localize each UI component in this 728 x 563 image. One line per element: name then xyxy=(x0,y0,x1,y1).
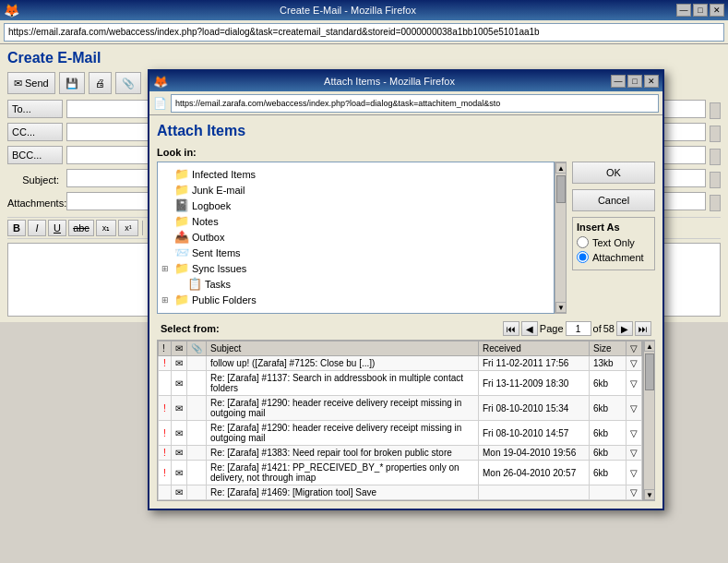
tree-item-logboek[interactable]: 📓 Logboek xyxy=(161,198,550,213)
text-only-radio[interactable] xyxy=(577,236,589,248)
attachment-label: Attachment xyxy=(592,252,644,263)
col-received[interactable]: Received xyxy=(479,341,590,356)
folder-icon: 📓 xyxy=(174,198,189,212)
page-next-button[interactable]: ▶ xyxy=(616,321,633,336)
pagination: ⏮ ◀ Page of 58 ▶ ⏭ xyxy=(503,321,651,336)
col-attach: 📎 xyxy=(187,341,207,356)
look-in-label: Look in: xyxy=(157,147,655,158)
cell-flag: ▽ xyxy=(627,356,642,371)
page-first-button[interactable]: ⏮ xyxy=(503,321,519,336)
modal-address-input[interactable] xyxy=(171,94,659,113)
cell-received: Fri 11-02-2011 17:56 xyxy=(479,356,590,371)
table-row[interactable]: ! ✉ Re: [Zarafa] #1290: header receive d… xyxy=(159,396,642,421)
tree-scroll-thumb[interactable] xyxy=(556,175,566,203)
cell-attach xyxy=(187,485,207,500)
ok-button[interactable]: OK xyxy=(572,162,655,184)
tree-scroll-up[interactable]: ▲ xyxy=(555,162,567,174)
modal-address-bar: 📄 xyxy=(149,91,662,115)
folder-icon: 📁 xyxy=(174,293,189,306)
tree-item-notes[interactable]: 📁 Notes xyxy=(161,213,550,229)
col-flag: ▽ xyxy=(627,341,642,356)
text-only-radio-row: Text Only xyxy=(577,236,650,248)
select-from-bar: Select from: ⏮ ◀ Page of 58 ▶ ⏭ xyxy=(157,319,655,338)
table-row[interactable]: ! ✉ Re: [Zarafa] #1290: header receive d… xyxy=(159,421,642,446)
text-only-label: Text Only xyxy=(592,237,635,248)
cell-received: Fri 08-10-2010 15:34 xyxy=(479,396,590,421)
modal-heading: Attach Items xyxy=(157,123,655,139)
page-prev-button[interactable]: ◀ xyxy=(521,321,538,336)
tree-item-sync[interactable]: ⊞ 📁 Sync Issues xyxy=(161,260,550,276)
cell-flag: ▽ xyxy=(627,461,642,485)
cell-priority xyxy=(159,371,172,396)
tree-item-outbox[interactable]: 📤 Outbox xyxy=(161,229,550,245)
col-type: ✉ xyxy=(172,341,187,356)
cell-flag: ▽ xyxy=(627,421,642,446)
cell-subject: Re: [Zarafa] #1137: Search in addressboo… xyxy=(207,371,479,396)
table-row[interactable]: ! ✉ Re: [Zarafa] #1383: Need repair tool… xyxy=(159,446,642,461)
cell-size: 6kb xyxy=(590,396,627,421)
tree-item-junk[interactable]: 📁 Junk E-mail xyxy=(161,182,550,198)
table-scroll-up[interactable]: ▲ xyxy=(644,341,655,352)
cell-priority: ! xyxy=(159,446,172,461)
folder-icon: 📁 xyxy=(174,183,189,197)
modal-window-controls: — □ ✕ xyxy=(611,75,659,88)
cell-type: ✉ xyxy=(172,356,187,371)
cell-flag: ▽ xyxy=(627,371,642,396)
tree-item-tasks[interactable]: 📋 Tasks xyxy=(161,276,550,292)
tree-item-infected[interactable]: 📁 Infected Items xyxy=(161,166,550,182)
col-subject[interactable]: Subject xyxy=(207,341,479,356)
tree-scrollbar: ▲ ▼ xyxy=(555,162,567,314)
cell-subject: Re: [Zarafa] #1290: header receive deliv… xyxy=(207,421,479,446)
cell-attach xyxy=(187,356,207,371)
cell-attach xyxy=(187,461,207,485)
page-last-button[interactable]: ⏭ xyxy=(635,321,651,336)
cell-received: Fri 13-11-2009 18:30 xyxy=(479,371,590,396)
of-label: of xyxy=(593,323,602,334)
modal-browser-icon: 🦊 xyxy=(153,75,168,89)
cell-attach xyxy=(187,396,207,421)
cell-size: 13kb xyxy=(590,356,627,371)
cell-type: ✉ xyxy=(172,461,187,485)
tree-item-sent[interactable]: 📨 Sent Items xyxy=(161,245,550,260)
attachment-radio[interactable] xyxy=(577,251,589,263)
insert-as-title: Insert As xyxy=(577,222,650,233)
cell-subject: Re: [Zarafa] #1290: header receive deliv… xyxy=(207,396,479,421)
cell-received: Fri 08-10-2010 14:57 xyxy=(479,421,590,446)
cell-priority: ! xyxy=(159,461,172,485)
cancel-button[interactable]: Cancel xyxy=(572,189,655,211)
table-scroll-down[interactable]: ▼ xyxy=(644,489,655,500)
table-scroll-thumb[interactable] xyxy=(645,353,654,390)
cell-size xyxy=(590,485,627,500)
table-row[interactable]: ! ✉ follow up! ([Zarafa] #7125: Close bu… xyxy=(159,356,642,371)
modal-close-button[interactable]: ✕ xyxy=(644,75,659,88)
attachment-radio-row: Attachment xyxy=(577,251,650,263)
cell-flag: ▽ xyxy=(627,396,642,421)
cell-received xyxy=(479,485,590,500)
modal-title-bar: 🦊 Attach Items - Mozilla Firefox — □ ✕ xyxy=(149,71,662,91)
modal-overlay: 🦊 Attach Items - Mozilla Firefox — □ ✕ 📄… xyxy=(0,0,728,563)
select-from-label: Select from: xyxy=(161,323,220,334)
folder-icon: 📁 xyxy=(174,214,189,228)
cell-type: ✉ xyxy=(172,446,187,461)
tree-item-public[interactable]: ⊞ 📁 Public Folders xyxy=(161,292,550,307)
folder-icon: 📁 xyxy=(174,261,189,275)
page-input[interactable] xyxy=(566,321,591,336)
outbox-icon: 📤 xyxy=(174,230,189,244)
modal-minimize-button[interactable]: — xyxy=(611,75,626,88)
modal-maximize-button[interactable]: □ xyxy=(627,75,642,88)
col-size[interactable]: Size xyxy=(590,341,627,356)
modal-content: Attach Items Look in: 📁 Infected Items 📁 xyxy=(149,115,662,509)
tree-scroll-down[interactable]: ▼ xyxy=(555,302,567,313)
cell-received: Mon 19-04-2010 19:56 xyxy=(479,446,590,461)
table-row[interactable]: ✉ Re: [Zarafa] #1137: Search in addressb… xyxy=(159,371,642,396)
cell-flag: ▽ xyxy=(627,485,642,500)
total-pages: 58 xyxy=(603,323,615,334)
cell-priority: ! xyxy=(159,396,172,421)
cell-subject: follow up! ([Zarafa] #7125: Close bu [..… xyxy=(207,356,479,371)
cell-received: Mon 26-04-2010 20:57 xyxy=(479,461,590,485)
cell-size: 6kb xyxy=(590,371,627,396)
table-row[interactable]: ! ✉ Re: [Zarafa] #1421: PP_RECEIVED_BY_*… xyxy=(159,461,642,485)
tasks-icon: 📋 xyxy=(187,277,202,291)
email-table-wrapper: ! ✉ 📎 Subject Received Size ▽ ! ✉ xyxy=(157,340,643,501)
table-row[interactable]: ✉ Re: [Zarafa] #1469: [Migration tool] S… xyxy=(159,485,642,500)
